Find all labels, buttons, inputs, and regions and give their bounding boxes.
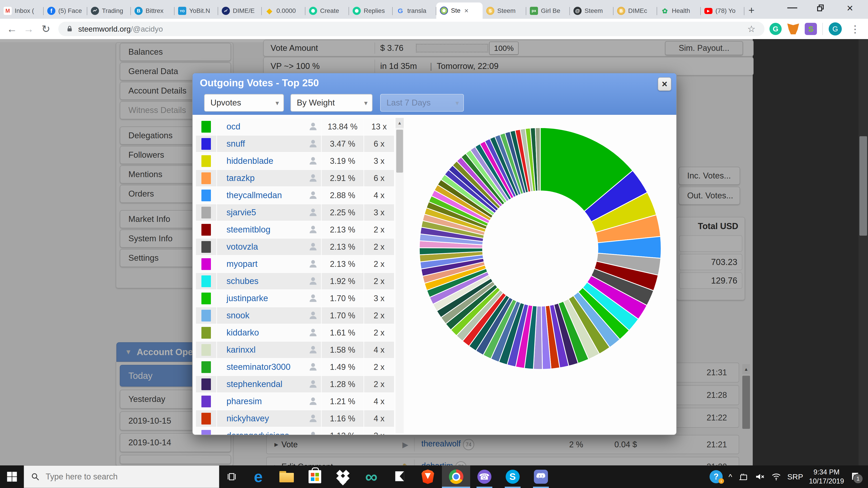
taskbar-app-brave[interactable] bbox=[414, 465, 442, 488]
extension-metamask[interactable] bbox=[786, 22, 800, 36]
browser-menu-button[interactable]: ⋮ bbox=[848, 22, 862, 36]
list-scroll-up-button[interactable]: ▲ bbox=[396, 118, 404, 128]
modal-close-button[interactable]: × bbox=[658, 77, 671, 91]
window-restore-button[interactable] bbox=[807, 0, 834, 16]
voter-link[interactable]: snuff bbox=[226, 139, 245, 149]
browser-tab-ste[interactable]: Ste× bbox=[436, 2, 483, 19]
language-indicator[interactable]: SRP bbox=[787, 473, 803, 481]
browser-tab-yobit-n[interactable]: YOYoBit.N bbox=[175, 3, 218, 19]
person-icon[interactable] bbox=[308, 361, 318, 373]
browser-tab-steem[interactable]: SSteem bbox=[483, 3, 526, 19]
help-tray-icon[interactable]: ? i bbox=[710, 470, 723, 483]
taskbar-app-chrome[interactable] bbox=[442, 465, 470, 488]
browser-tab-create[interactable]: Create bbox=[305, 3, 349, 19]
address-bar[interactable]: steemworld.org/@acidyo ☆ bbox=[58, 22, 765, 36]
person-icon[interactable] bbox=[308, 396, 318, 407]
person-icon[interactable] bbox=[308, 430, 318, 435]
voter-link[interactable]: steeminator3000 bbox=[226, 362, 290, 372]
person-icon[interactable] bbox=[308, 413, 318, 424]
voter-link[interactable]: snook bbox=[226, 311, 249, 320]
voter-link[interactable]: stephenkendal bbox=[226, 379, 282, 389]
browser-tab-girl-be[interactable]: pxGirl Be bbox=[526, 3, 570, 19]
vote-type-dropdown[interactable]: Upvotes▾ bbox=[204, 94, 284, 111]
voter-link[interactable]: derangedvisions bbox=[226, 431, 289, 435]
notification-center-button[interactable]: 1 bbox=[850, 471, 860, 482]
person-icon[interactable] bbox=[308, 310, 318, 321]
sort-mode-dropdown[interactable]: By Weight▾ bbox=[290, 94, 373, 111]
taskbar-app-infinity[interactable]: ∞ bbox=[357, 465, 385, 488]
browser-tab-0-0000[interactable]: ◆0.0000 bbox=[262, 3, 305, 19]
taskbar-app-mail[interactable] bbox=[385, 465, 414, 488]
person-icon[interactable] bbox=[308, 293, 318, 304]
voter-link[interactable]: ocd bbox=[226, 122, 240, 131]
taskbar-app-store[interactable] bbox=[301, 465, 329, 488]
browser-tab-replies[interactable]: Replies bbox=[349, 3, 393, 19]
window-close-button[interactable]: × bbox=[836, 0, 864, 16]
browser-tab-steem[interactable]: @Steem bbox=[570, 3, 614, 19]
voter-link[interactable]: justinparke bbox=[226, 293, 268, 303]
voter-link[interactable]: steemitblog bbox=[226, 225, 270, 234]
person-icon[interactable] bbox=[308, 190, 318, 201]
extension-grammarly[interactable]: G bbox=[769, 22, 782, 36]
browser-tab-bittrex[interactable]: BBittrex bbox=[131, 3, 175, 19]
person-icon[interactable] bbox=[308, 241, 318, 253]
taskbar-search[interactable] bbox=[24, 465, 219, 488]
voter-link[interactable]: hiddenblade bbox=[226, 156, 273, 166]
voter-link[interactable]: pharesim bbox=[226, 396, 262, 406]
voter-link[interactable]: schubes bbox=[226, 276, 258, 286]
taskbar-clock[interactable]: 9:34 PM 10/17/2019 bbox=[809, 468, 844, 486]
search-input[interactable] bbox=[45, 472, 182, 482]
taskbar-app-viber[interactable]: ☎ bbox=[470, 465, 498, 488]
voter-link[interactable]: nickyhavey bbox=[226, 414, 269, 423]
new-tab-button[interactable]: + bbox=[748, 4, 754, 16]
bookmark-star-icon[interactable]: ☆ bbox=[747, 24, 755, 34]
browser-tab--5-face[interactable]: f(5) Face bbox=[43, 3, 87, 19]
window-minimize-button[interactable] bbox=[779, 0, 806, 16]
wifi-icon[interactable] bbox=[771, 471, 781, 482]
taskbar-app-edge[interactable]: e bbox=[244, 465, 272, 488]
list-scrollbar[interactable]: ▲ bbox=[396, 118, 404, 433]
person-icon[interactable] bbox=[308, 379, 318, 390]
hidden-icons-chevron[interactable]: ^ bbox=[728, 473, 732, 481]
voter-link[interactable]: theycallmedan bbox=[226, 191, 282, 200]
taskbar-app-dropbox[interactable] bbox=[329, 465, 357, 488]
person-icon[interactable] bbox=[308, 224, 318, 235]
person-icon[interactable] bbox=[308, 344, 318, 356]
person-icon[interactable] bbox=[308, 138, 318, 150]
browser-tab-trading[interactable]: Trading bbox=[87, 3, 131, 19]
taskbar-app-skype[interactable]: S bbox=[498, 465, 527, 488]
color-swatch bbox=[202, 430, 211, 435]
person-icon[interactable] bbox=[308, 327, 318, 338]
extension-slither[interactable]: S bbox=[804, 22, 818, 36]
person-icon[interactable] bbox=[308, 121, 318, 132]
voter-link[interactable]: myopart bbox=[226, 259, 257, 269]
browser-tab-inbox-[interactable]: MInbox ( bbox=[0, 3, 43, 19]
profile-avatar[interactable]: G bbox=[828, 22, 842, 36]
voter-link[interactable]: tarazkp bbox=[226, 173, 255, 183]
person-icon[interactable] bbox=[308, 207, 318, 218]
taskbar-app-discord[interactable] bbox=[527, 465, 555, 488]
start-button[interactable] bbox=[0, 465, 24, 488]
voter-link[interactable]: kiddarko bbox=[226, 328, 259, 337]
back-button[interactable]: ← bbox=[4, 19, 20, 39]
power-plug-icon[interactable] bbox=[738, 471, 748, 482]
task-view-button[interactable] bbox=[219, 465, 244, 488]
browser-tab-dime-e[interactable]: DIME/E bbox=[218, 3, 262, 19]
person-icon[interactable] bbox=[308, 173, 318, 184]
browser-tab-health[interactable]: ✿Health bbox=[657, 3, 701, 19]
browser-tab-dimec[interactable]: BDIMEc bbox=[614, 3, 657, 19]
volume-muted-icon[interactable] bbox=[754, 471, 765, 482]
person-icon[interactable] bbox=[308, 156, 318, 167]
taskbar-app-file-explorer[interactable] bbox=[272, 465, 301, 488]
person-icon[interactable] bbox=[308, 275, 318, 287]
reload-button[interactable]: ↻ bbox=[38, 19, 54, 39]
browser-tab--78-yo[interactable]: ▶(78) Yo bbox=[701, 3, 744, 19]
browser-tab-transla[interactable]: Gtransla bbox=[393, 3, 436, 19]
voter-link[interactable]: karinxxl bbox=[226, 345, 256, 355]
list-scrollbar-thumb[interactable] bbox=[396, 130, 403, 173]
tab-close-icon[interactable]: × bbox=[464, 6, 469, 15]
voter-link[interactable]: sjarvie5 bbox=[226, 207, 256, 217]
forward-button[interactable]: → bbox=[21, 19, 37, 39]
person-icon[interactable] bbox=[308, 258, 318, 270]
voter-link[interactable]: votovzla bbox=[226, 242, 258, 252]
